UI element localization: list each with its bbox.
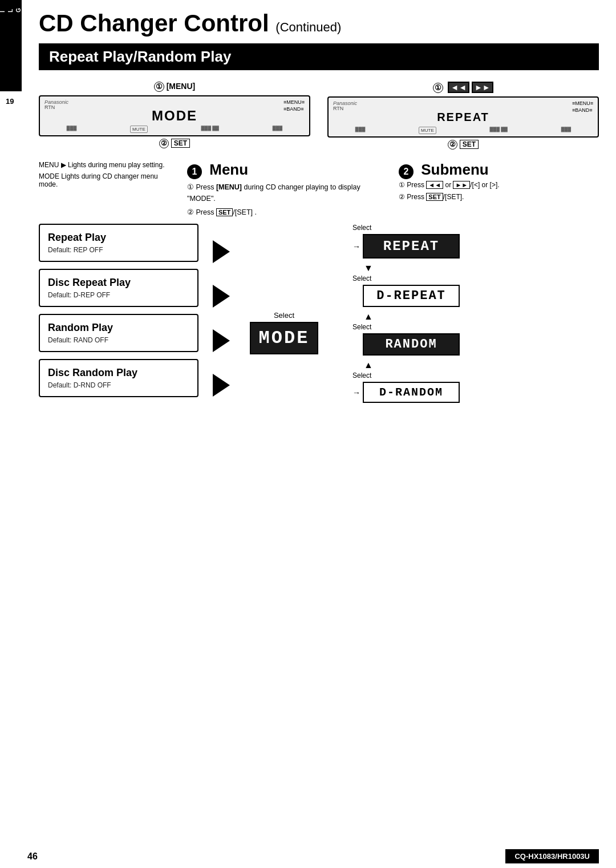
disc-random-play-box: Disc Random Play Default: D-RND OFF (39, 359, 198, 397)
right-icons-right: ≡MENU≡ ≡BAND≡ (572, 100, 593, 113)
title-text: CD Changer Control (39, 10, 269, 37)
left-label1: ① [MENU] (39, 82, 310, 92)
left-label2: ② SET (39, 139, 310, 148)
play-boxes: Repeat Play Default: REP OFF Disc Repeat… (39, 224, 198, 407)
arrow-3 (213, 329, 230, 352)
right-label2: ② SET (327, 140, 599, 150)
d-repeat-option: Select (352, 274, 599, 282)
page-footer: 46 CQ-HX1083/HR1003U (0, 845, 616, 868)
diagram-right: ① ◄◄ ►► Panasonic RTN REPEAT ≡MENU≡ ≡BAN… (327, 82, 599, 150)
section-title: Repeat Play/Random Play (49, 48, 231, 65)
right-device: Panasonic RTN REPEAT ≡MENU≡ ≡BAND≡ ▓▓▓ M… (327, 96, 599, 138)
main-content: CD Changer Control (Continued) Repeat Pl… (27, 0, 616, 419)
continued-label: (Continued) (275, 20, 341, 34)
diagram-left: ① [MENU] Panasonic RTN MODE ≡MENU≡ ≡BAND… (39, 82, 310, 150)
arrow-2 (213, 285, 230, 308)
d-random-option: Select (352, 372, 599, 380)
key-info: MENU ▶ Lights during menu play setting. … (39, 161, 176, 218)
submenu-steps: 2 Submenu ① Press ◄◄ or ►►/[<] or [>]. ②… (399, 161, 599, 218)
language-label: ENGLISH (0, 6, 39, 13)
d-repeat-display: D-REPEAT (363, 285, 460, 307)
repeat-play-box: Repeat Play Default: REP OFF (39, 224, 198, 262)
rtn-left: RTN (44, 104, 55, 110)
arrow-1 (213, 240, 230, 263)
repeat-text: REPEAT (437, 111, 489, 124)
bottom-row-right: ▓▓▓ MUTE ▓▓▓ ▓▓ ▓▓▓ (329, 127, 598, 134)
center-mode: Select MODE (244, 224, 324, 407)
right-icons-left: ≡MENU≡ ≡BAND≡ (283, 99, 305, 112)
mode-text: MODE (152, 108, 197, 124)
d-random-display: D-RANDOM (363, 382, 460, 403)
right-options: Select → REPEAT ▼ Select D-REPEAT ▲ (324, 224, 599, 407)
flow-diagram: Repeat Play Default: REP OFF Disc Repeat… (39, 224, 599, 407)
repeat-option: Select (352, 224, 599, 232)
page-number: 46 (27, 851, 38, 862)
repeat-display: REPEAT (363, 234, 460, 259)
random-play-box: Random Play Default: RAND OFF (39, 314, 198, 352)
menu-steps: 1 Menu ① Press [MENU] during CD changer … (187, 161, 387, 218)
mode-select-label: Select (274, 311, 294, 320)
random-display: RANDOM (363, 333, 460, 356)
mode-display: MODE (250, 322, 319, 354)
top-info-row: MENU ▶ Lights during menu play setting. … (39, 161, 599, 218)
model-number: CQ-HX1083/HR1003U (505, 849, 599, 863)
random-option: Select (352, 323, 599, 331)
middle-arrows (198, 224, 244, 407)
language-tab: ENGLISH (0, 0, 22, 91)
left-device: Panasonic RTN MODE ≡MENU≡ ≡BAND≡ ▓▓▓ MUT… (39, 95, 310, 136)
page-title: CD Changer Control (Continued) (39, 10, 599, 37)
bottom-row-left: ▓▓▓ MUTE ▓▓▓ ▓▓ ▓▓▓ (40, 126, 309, 133)
arrow-4 (213, 374, 230, 397)
rtn-right: RTN (333, 106, 343, 111)
right-label1: ① ◄◄ ►► (327, 82, 599, 93)
section-number: 19 (6, 97, 14, 106)
section-header: Repeat Play/Random Play (39, 43, 599, 70)
diagram-area: ① [MENU] Panasonic RTN MODE ≡MENU≡ ≡BAND… (39, 82, 599, 150)
disc-repeat-play-box: Disc Repeat Play Default: D-REP OFF (39, 269, 198, 307)
